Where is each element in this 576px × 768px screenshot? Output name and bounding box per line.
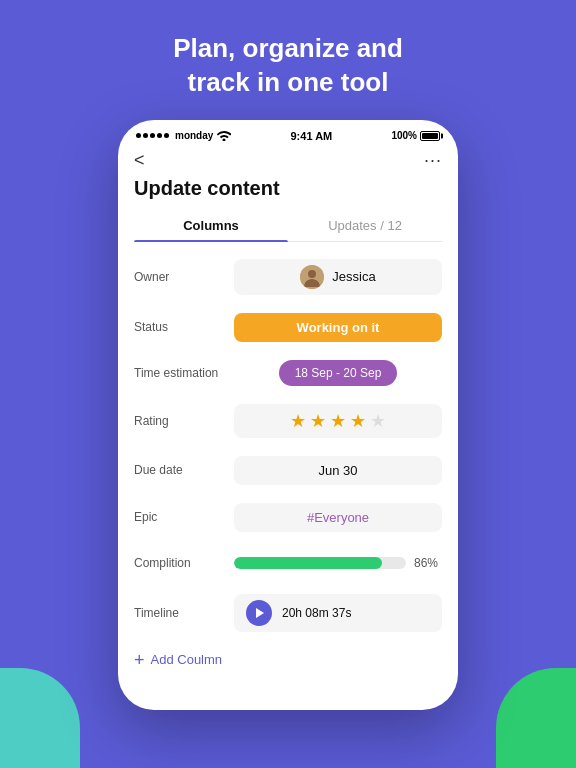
more-button[interactable]: ··· bbox=[424, 150, 442, 171]
completion-label: Complition bbox=[134, 556, 234, 570]
epic-label: Epic bbox=[134, 510, 234, 524]
due-date-label: Due date bbox=[134, 463, 234, 477]
status-badge[interactable]: Working on it bbox=[234, 313, 442, 342]
star-4[interactable]: ★ bbox=[350, 410, 366, 432]
timeline-value: 20h 08m 37s bbox=[234, 594, 442, 632]
header-title: Plan, organize andtrack in one tool bbox=[133, 0, 443, 120]
owner-value: Jessica bbox=[234, 259, 442, 295]
status-row: Status Working on it bbox=[118, 304, 458, 351]
timeline-container: 20h 08m 37s bbox=[234, 594, 442, 632]
owner-row: Owner Jessica bbox=[118, 250, 458, 304]
add-column-label: Add Coulmn bbox=[151, 652, 223, 667]
epic-value: #Everyone bbox=[234, 503, 442, 532]
completion-row: Complition 86% bbox=[118, 541, 458, 585]
status-bar: monday 9:41 AM 100% bbox=[118, 120, 458, 146]
tabs-container: Columns Updates / 12 bbox=[134, 210, 442, 242]
signal-dot-4 bbox=[157, 133, 162, 138]
epic-row: Epic #Everyone bbox=[118, 494, 458, 541]
timeline-label: Timeline bbox=[134, 606, 234, 620]
status-bar-right: 100% bbox=[391, 130, 440, 141]
star-3[interactable]: ★ bbox=[330, 410, 346, 432]
progress-bar-fill bbox=[234, 557, 382, 569]
tab-columns[interactable]: Columns bbox=[134, 210, 288, 241]
signal-dot-5 bbox=[164, 133, 169, 138]
rating-row: Rating ★ ★ ★ ★ ★ bbox=[118, 395, 458, 447]
epic-container[interactable]: #Everyone bbox=[234, 503, 442, 532]
due-date-row: Due date Jun 30 bbox=[118, 447, 458, 494]
status-bar-left: monday bbox=[136, 130, 231, 141]
timeline-row: Timeline 20h 08m 37s bbox=[118, 585, 458, 641]
carrier-name: monday bbox=[175, 130, 213, 141]
play-button[interactable] bbox=[246, 600, 272, 626]
time-estimation-badge[interactable]: 18 Sep - 20 Sep bbox=[279, 360, 398, 386]
signal-dot-3 bbox=[150, 133, 155, 138]
timeline-text: 20h 08m 37s bbox=[282, 606, 351, 620]
status-value: Working on it bbox=[234, 313, 442, 342]
page-title: Update content bbox=[118, 177, 458, 210]
add-column-row[interactable]: + Add Coulmn bbox=[118, 641, 458, 679]
time-estimation-row: Time estimation 18 Sep - 20 Sep bbox=[118, 351, 458, 395]
rating-label: Rating bbox=[134, 414, 234, 428]
signal-dots bbox=[136, 133, 169, 138]
completion-value: 86% bbox=[234, 556, 442, 570]
due-date-container[interactable]: Jun 30 bbox=[234, 456, 442, 485]
owner-container[interactable]: Jessica bbox=[234, 259, 442, 295]
signal-dot-1 bbox=[136, 133, 141, 138]
avatar bbox=[300, 265, 324, 289]
rating-container[interactable]: ★ ★ ★ ★ ★ bbox=[234, 404, 442, 438]
due-date-value: Jun 30 bbox=[234, 456, 442, 485]
phone-frame: monday 9:41 AM 100% < ··· Update content… bbox=[118, 120, 458, 710]
nav-bar: < ··· bbox=[118, 146, 458, 177]
bg-decoration-right bbox=[496, 668, 576, 768]
svg-point-1 bbox=[308, 270, 316, 278]
status-label: Status bbox=[134, 320, 234, 334]
battery-percent: 100% bbox=[391, 130, 417, 141]
owner-name: Jessica bbox=[332, 269, 375, 284]
rating-value: ★ ★ ★ ★ ★ bbox=[234, 404, 442, 438]
time-estimation-label: Time estimation bbox=[134, 366, 234, 380]
star-2[interactable]: ★ bbox=[310, 410, 326, 432]
status-bar-time: 9:41 AM bbox=[290, 130, 332, 142]
add-plus-icon: + bbox=[134, 651, 145, 669]
owner-label: Owner bbox=[134, 270, 234, 284]
signal-dot-2 bbox=[143, 133, 148, 138]
completion-percent: 86% bbox=[414, 556, 442, 570]
wifi-icon bbox=[217, 130, 231, 141]
back-button[interactable]: < bbox=[134, 150, 145, 171]
battery-icon bbox=[420, 131, 440, 141]
star-5[interactable]: ★ bbox=[370, 410, 386, 432]
bg-decoration-left bbox=[0, 668, 80, 768]
star-1[interactable]: ★ bbox=[290, 410, 306, 432]
progress-bar-background bbox=[234, 557, 406, 569]
tab-updates[interactable]: Updates / 12 bbox=[288, 210, 442, 241]
time-estimation-value: 18 Sep - 20 Sep bbox=[234, 360, 442, 386]
content-area: Owner Jessica Status Working bbox=[118, 242, 458, 710]
completion-container: 86% bbox=[234, 556, 442, 570]
play-icon bbox=[256, 608, 264, 618]
battery-fill bbox=[422, 133, 438, 139]
